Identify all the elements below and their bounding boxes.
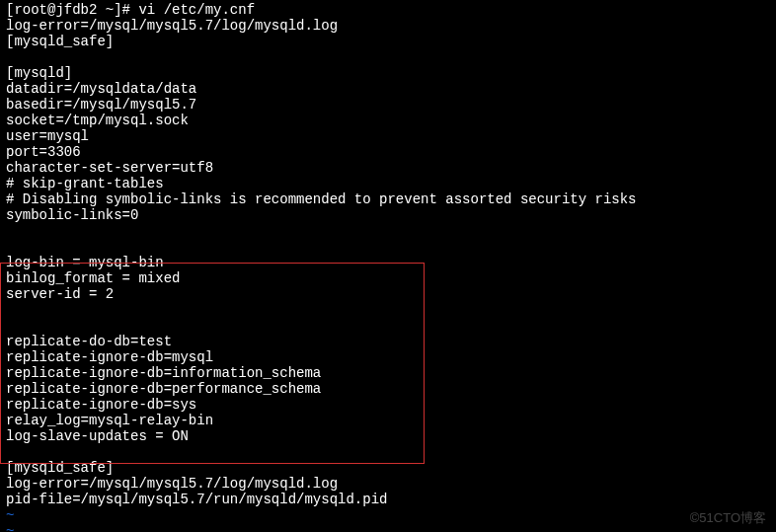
boxed-config-line <box>0 302 776 318</box>
config-line: datadir=/mysqldata/data <box>0 81 776 97</box>
boxed-config-line: log-slave-updates = ON <box>0 428 776 444</box>
config-line <box>0 239 776 255</box>
config-line <box>0 49 776 65</box>
terminal-window[interactable]: [root@jfdb2 ~]# vi /etc/my.cnf log-error… <box>0 0 776 532</box>
config-line: user=mysql <box>0 128 776 144</box>
config-line: [mysqld_safe] <box>0 34 776 49</box>
config-line: character-set-server=utf8 <box>0 160 776 176</box>
vi-tilde-line: ~ <box>0 523 776 532</box>
boxed-config-line <box>0 318 776 334</box>
config-line: symbolic-links=0 <box>0 207 776 223</box>
boxed-config-line: replicate-ignore-db=information_schema <box>0 365 776 381</box>
config-line: # skip-grant-tables <box>0 176 776 191</box>
config-line: log-error=/mysql/mysql5.7/log/mysqld.log <box>0 18 776 34</box>
boxed-config-line: relay_log=mysql-relay-bin <box>0 413 776 428</box>
config-line: socket=/tmp/mysql.sock <box>0 113 776 128</box>
watermark-label: ©51CTO博客 <box>690 510 766 526</box>
boxed-config-line: log-bin = mysql-bin <box>0 255 776 270</box>
config-line: port=3306 <box>0 144 776 160</box>
config-line: [mysqld] <box>0 65 776 81</box>
vi-tilde-line: ~ <box>0 507 776 523</box>
config-line: # Disabling symbolic-links is recommende… <box>0 191 776 207</box>
boxed-config-line: replicate-ignore-db=performance_schema <box>0 381 776 397</box>
shell-prompt-line: [root@jfdb2 ~]# vi /etc/my.cnf <box>0 2 776 18</box>
boxed-config-line: binlog_format = mixed <box>0 270 776 286</box>
config-line: [mysqld_safe] <box>0 460 776 476</box>
config-line <box>0 444 776 460</box>
boxed-config-line: replicate-do-db=test <box>0 334 776 349</box>
config-line: pid-file=/mysql/mysql5.7/run/mysqld/mysq… <box>0 492 776 507</box>
config-line <box>0 223 776 239</box>
config-line: log-error=/mysql/mysql5.7/log/mysqld.log <box>0 476 776 492</box>
boxed-config-line: replicate-ignore-db=mysql <box>0 349 776 365</box>
boxed-config-line: replicate-ignore-db=sys <box>0 397 776 413</box>
config-line: basedir=/mysql/mysql5.7 <box>0 97 776 113</box>
boxed-config-line: server-id = 2 <box>0 286 776 302</box>
